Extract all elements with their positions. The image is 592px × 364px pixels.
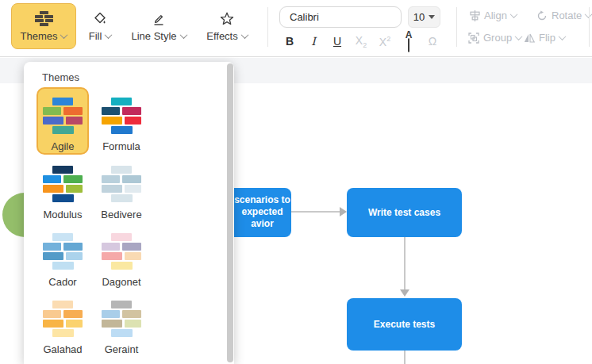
theme-name: Geraint [105, 343, 139, 355]
group-button-label: Group [483, 32, 512, 44]
theme-name: Dagonet [102, 276, 140, 288]
panel-scrollbar[interactable] [227, 63, 233, 362]
arrowhead-down-icon [400, 289, 409, 297]
group-icon [468, 33, 479, 44]
theme-tile-agile[interactable]: Agile [37, 87, 89, 155]
font-color-bar [408, 38, 409, 52]
font-color-button[interactable]: A [397, 31, 421, 52]
themes-dropdown-panel: Themes Agile Formula Modulus [24, 62, 234, 364]
chevron-down-icon [240, 31, 248, 39]
rotate-button-label: Rotate [552, 10, 582, 21]
node-label: Execute tests [374, 319, 435, 331]
node-text-line: avior [234, 218, 290, 230]
font-size-value: 10 [413, 11, 425, 23]
flowchart-node-write-test-cases[interactable]: Write test cases [347, 188, 462, 237]
fill-button-label: Fill [89, 30, 102, 42]
arrowhead-right-icon [340, 207, 347, 216]
flip-icon [524, 33, 535, 43]
italic-button[interactable]: I [302, 35, 325, 48]
top-toolbar: Themes Fill Line Style [0, 0, 592, 57]
line-style-button-label: Line Style [131, 30, 176, 42]
theme-tile-geraint[interactable]: Geraint [95, 290, 148, 358]
align-icon [470, 10, 480, 21]
rotate-icon [536, 10, 548, 21]
panel-title: Themes [42, 71, 79, 83]
app-window: scenarios to expected avior Write test c… [0, 0, 592, 364]
theme-name: Cador [48, 276, 76, 288]
theme-tile-bedivere[interactable]: Bedivere [95, 155, 148, 223]
theme-name: Formula [102, 140, 140, 152]
align-button-label: Align [484, 10, 507, 21]
chevron-down-icon [105, 31, 113, 39]
superscript-base: X [379, 35, 386, 48]
theme-name: Agile [52, 140, 75, 152]
connector-vertical [404, 237, 406, 289]
theme-swatch-icon [43, 301, 83, 337]
node-text-line: scenarios to [234, 194, 290, 206]
font-size-dropdown[interactable]: 10 [408, 6, 440, 28]
chevron-down-icon [179, 31, 187, 39]
connector-horizontal [291, 211, 340, 213]
align-button[interactable]: Align [470, 10, 517, 21]
special-character-button[interactable]: Ω [421, 35, 444, 48]
group-button[interactable]: Group [468, 32, 521, 44]
theme-swatch-icon [43, 166, 83, 202]
theme-name: Modulus [43, 209, 82, 220]
toolbar-divider [456, 7, 457, 47]
rotate-button[interactable]: Rotate [536, 10, 591, 21]
subscript-button[interactable]: X2 [349, 34, 373, 49]
fill-button[interactable]: Fill [82, 3, 118, 49]
theme-swatch-icon [102, 166, 141, 202]
themes-button-label: Themes [21, 30, 58, 42]
effects-button[interactable]: Effects [198, 3, 256, 49]
theme-tile-formula[interactable]: Formula [95, 87, 148, 155]
theme-name: Galahad [43, 343, 82, 355]
theme-tile-cador[interactable]: Cador [37, 223, 89, 290]
chevron-down-icon [515, 33, 523, 40]
theme-swatch-icon [102, 98, 141, 134]
theme-swatch-icon [43, 98, 83, 134]
superscript-button[interactable]: X2 [373, 35, 397, 48]
pencil-icon [151, 11, 167, 27]
theme-swatch-icon [43, 233, 83, 270]
caret-down-icon [429, 15, 435, 19]
flip-button-label: Flip [539, 32, 555, 44]
connector-vertical [404, 351, 406, 364]
chevron-down-icon [60, 31, 68, 39]
font-color-icon: A [402, 31, 415, 52]
subscript-digit: 2 [363, 40, 367, 48]
line-style-button[interactable]: Line Style [125, 3, 192, 49]
toolbar-divider [589, 7, 590, 47]
subscript-base: X [356, 34, 363, 47]
superscript-digit: 2 [386, 35, 390, 43]
node-text-line: expected [234, 206, 290, 218]
node-label: Write test cases [368, 207, 440, 219]
themes-bricks-icon [35, 11, 53, 27]
themes-button[interactable]: Themes [11, 3, 76, 49]
theme-tile-galahad[interactable]: Galahad [37, 290, 89, 358]
theme-swatch-icon [102, 233, 141, 270]
theme-tile-dagonet[interactable]: Dagonet [95, 223, 148, 290]
effects-button-label: Effects [206, 30, 238, 42]
underline-button[interactable]: U [325, 35, 349, 48]
bold-button[interactable]: B [278, 35, 302, 48]
toolbar-divider [267, 7, 268, 47]
flowchart-node-execute-tests[interactable]: Execute tests [347, 298, 462, 351]
theme-swatch-icon [102, 301, 141, 337]
chevron-down-icon [559, 33, 567, 40]
star-icon [219, 11, 235, 27]
theme-tile-modulus[interactable]: Modulus [37, 155, 89, 223]
flip-button[interactable]: Flip [524, 32, 565, 44]
theme-name: Bedivere [101, 209, 141, 220]
font-family-input[interactable] [279, 6, 402, 28]
paint-bucket-icon [92, 11, 108, 27]
chevron-down-icon [509, 10, 517, 18]
